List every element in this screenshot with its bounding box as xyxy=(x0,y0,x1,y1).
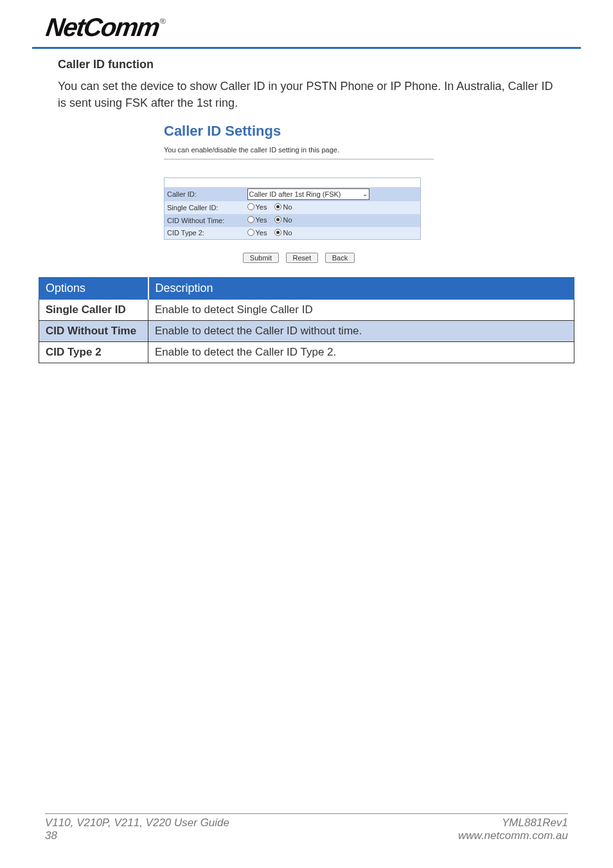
submit-button[interactable]: Submit xyxy=(243,253,279,263)
footer-page-number: 38 xyxy=(45,829,229,842)
page-footer: V110, V210P, V211, V220 User Guide 38 YM… xyxy=(0,813,613,842)
single-caller-id-no-radio[interactable] xyxy=(274,203,281,210)
cid-type-2-yes-radio[interactable] xyxy=(247,229,254,236)
chevron-down-icon: ⌄ xyxy=(362,190,368,197)
radio-label: No xyxy=(283,203,292,211)
option-name: Single Caller ID xyxy=(39,300,148,321)
brand-text: NetComm xyxy=(44,13,161,42)
options-header-options: Options xyxy=(39,278,148,300)
options-header-description: Description xyxy=(148,278,574,300)
cid-without-time-yes-radio[interactable] xyxy=(247,216,254,223)
radio-label: Yes xyxy=(256,229,267,237)
panel-divider xyxy=(164,159,434,159)
option-description: Enable to detect the Caller ID Type 2. xyxy=(148,342,574,363)
section-paragraph: You can set the device to show Caller ID… xyxy=(58,78,555,111)
footer-url: www.netcomm.com.au xyxy=(458,829,568,842)
single-caller-id-yes-radio[interactable] xyxy=(247,203,254,210)
footer-guide-name: V110, V210P, V211, V220 User Guide xyxy=(45,817,229,829)
option-description: Enable to detect Single Caller ID xyxy=(148,300,574,321)
select-value: Caller ID after 1st Ring (FSK) xyxy=(249,190,341,198)
cid-type-2-no-radio[interactable] xyxy=(274,229,281,236)
button-row: Submit Reset Back xyxy=(164,251,434,263)
option-description: Enable to detect the Caller ID without t… xyxy=(148,321,574,342)
registered-icon: ® xyxy=(159,17,166,26)
section-heading: Caller ID function xyxy=(58,58,555,71)
settings-panel: Caller ID Settings You can enable/disabl… xyxy=(164,120,434,263)
cid-without-time-no-radio[interactable] xyxy=(274,216,281,223)
radio-label: Yes xyxy=(256,216,267,224)
row-label: CID Without Time: xyxy=(164,214,245,227)
radio-label: No xyxy=(283,229,292,237)
back-button[interactable]: Back xyxy=(325,253,355,263)
option-name: CID Without Time xyxy=(39,321,148,342)
settings-table: Caller ID: Caller ID after 1st Ring (FSK… xyxy=(164,177,421,240)
footer-rule xyxy=(45,813,568,814)
option-name: CID Type 2 xyxy=(39,342,148,363)
reset-button[interactable]: Reset xyxy=(286,253,319,263)
row-label: CID Type 2: xyxy=(164,227,245,240)
row-label: Caller ID: xyxy=(164,187,245,201)
panel-subtitle: You can enable/disable the caller ID set… xyxy=(164,146,434,154)
radio-label: Yes xyxy=(256,203,267,211)
footer-doc-rev: YML881Rev1 xyxy=(458,817,568,829)
caller-id-select[interactable]: Caller ID after 1st Ring (FSK) ⌄ xyxy=(247,188,369,200)
panel-title: Caller ID Settings xyxy=(164,120,434,140)
options-table: Options Description Single Caller ID Ena… xyxy=(39,277,574,363)
radio-label: No xyxy=(283,216,292,224)
brand-logo: NetComm® xyxy=(0,13,613,47)
row-label: Single Caller ID: xyxy=(164,201,245,214)
